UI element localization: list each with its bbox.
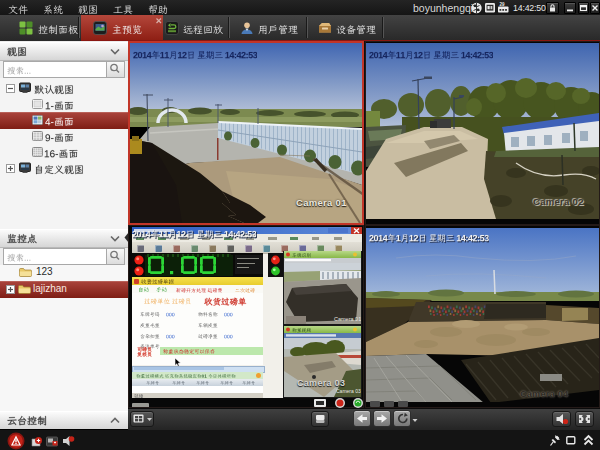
svg-text:Camera 01: Camera 01 xyxy=(334,316,361,322)
svg-text:Camera 03: Camera 03 xyxy=(336,388,361,394)
svg-text:29: 29 xyxy=(500,2,506,7)
